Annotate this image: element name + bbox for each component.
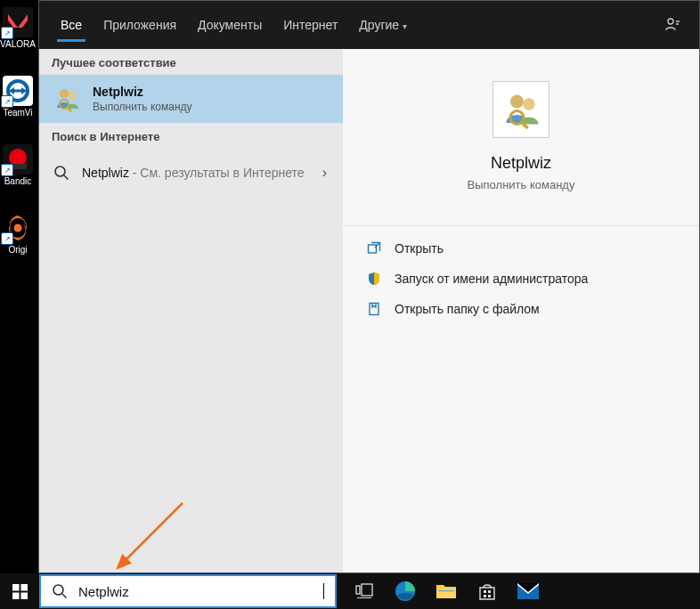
netplwiz-icon (52, 84, 82, 114)
svg-rect-14 (369, 245, 377, 253)
tab-all[interactable]: Все (52, 1, 91, 49)
svg-rect-18 (20, 584, 28, 591)
svg-rect-17 (12, 584, 20, 591)
taskbar-search-input[interactable] (77, 583, 315, 600)
tab-documents[interactable]: Документы (189, 1, 271, 49)
results-column: Лучшее соответствие Netplwiz Выполнить к… (39, 49, 343, 572)
svg-rect-15 (370, 304, 378, 315)
tab-web[interactable]: Интернет (274, 1, 346, 49)
svg-point-12 (523, 98, 535, 110)
desktop-icon-valorant[interactable]: ↗ VALORA (1, 7, 35, 49)
svg-point-11 (510, 95, 524, 109)
action-run-admin-label: Запуск от имени администратора (395, 272, 588, 286)
search-panel: Все Приложения Документы Интернет Другие… (38, 0, 700, 573)
taskbar (0, 573, 700, 609)
preview-netplwiz-icon (492, 81, 549, 138)
chevron-right-icon: › (322, 165, 330, 181)
svg-rect-23 (362, 584, 372, 596)
svg-rect-24 (357, 597, 371, 598)
action-open[interactable]: Открыть (362, 233, 680, 264)
svg-point-8 (69, 92, 77, 100)
action-open-location[interactable]: Открыть папку с файлом (362, 294, 680, 324)
search-icon (52, 583, 68, 599)
svg-rect-2 (13, 90, 22, 93)
result-title: Netplwiz (93, 85, 330, 99)
text-caret (323, 583, 324, 599)
desktop-icon-strip: ↗ VALORA ↗ TeamVi ↗ Bandic ↗ Origi (0, 0, 36, 577)
start-button[interactable] (0, 573, 39, 609)
tab-apps[interactable]: Приложения (94, 1, 185, 49)
taskbar-store[interactable] (467, 573, 508, 609)
web-result-sub: - См. результаты в Интернете (129, 166, 305, 180)
section-web-search: Поиск в Интернете (39, 123, 343, 149)
svg-rect-31 (488, 595, 491, 597)
svg-rect-28 (484, 590, 486, 593)
taskbar-taskview[interactable] (344, 573, 385, 609)
taskbar-edge[interactable] (385, 573, 426, 609)
svg-point-10 (55, 166, 65, 176)
result-web-netplwiz[interactable]: Netplwiz - См. результаты в Интернете › (39, 149, 343, 197)
preview-subtitle: Выполнить команду (468, 178, 575, 191)
action-open-label: Открыть (395, 241, 444, 256)
svg-rect-27 (438, 590, 454, 591)
tab-more[interactable]: Другие▾ (350, 1, 416, 49)
action-open-location-label: Открыть папку с файлом (395, 302, 540, 316)
svg-rect-19 (12, 592, 20, 599)
taskbar-mail[interactable] (508, 573, 549, 609)
svg-point-21 (53, 585, 63, 595)
desktop-icon-teamviewer[interactable]: ↗ TeamVi (1, 76, 35, 118)
svg-rect-20 (20, 592, 28, 599)
folder-icon (366, 301, 382, 317)
search-icon (52, 158, 71, 188)
result-subtitle: Выполнить команду (93, 101, 330, 113)
svg-point-7 (60, 89, 69, 98)
shortcut-arrow-icon: ↗ (1, 164, 13, 176)
desktop-icon-origin[interactable]: ↗ Origi (1, 213, 35, 255)
search-topbar: Все Приложения Документы Интернет Другие… (39, 1, 699, 49)
shortcut-arrow-icon: ↗ (1, 27, 13, 39)
action-run-admin[interactable]: Запуск от имени администратора (362, 264, 680, 294)
taskbar-search-box[interactable] (39, 574, 337, 608)
chevron-down-icon: ▾ (403, 21, 407, 31)
open-icon (366, 240, 382, 256)
preview-column: Netplwiz Выполнить команду Открыть Запус… (343, 49, 699, 572)
svg-rect-29 (488, 590, 491, 593)
svg-point-5 (14, 224, 22, 232)
desktop-icon-bandicam[interactable]: ↗ Bandic (1, 144, 35, 186)
section-best-match: Лучшее соответствие (39, 49, 343, 75)
svg-point-6 (668, 19, 673, 24)
preview-title: Netplwiz (491, 154, 551, 173)
web-result-title: Netplwiz (82, 166, 129, 180)
svg-rect-26 (436, 589, 456, 598)
svg-rect-30 (484, 595, 486, 597)
svg-rect-22 (356, 586, 360, 594)
feedback-button[interactable] (658, 11, 687, 39)
shield-icon (366, 271, 382, 287)
taskbar-explorer[interactable] (426, 573, 467, 609)
shortcut-arrow-icon: ↗ (1, 232, 13, 245)
shortcut-arrow-icon: ↗ (1, 95, 13, 108)
result-netplwiz[interactable]: Netplwiz Выполнить команду (39, 75, 343, 123)
